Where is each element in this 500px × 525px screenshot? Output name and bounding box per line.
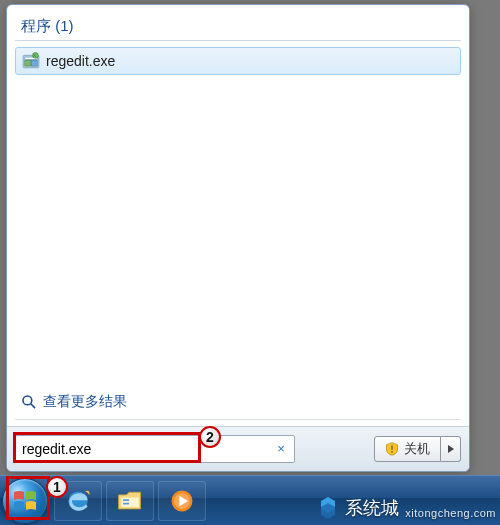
svg-rect-7: [391, 446, 392, 450]
start-menu: 程序 (1) regedit.exe 查看更多结果: [6, 4, 470, 472]
svg-rect-2: [25, 60, 31, 66]
svg-rect-10: [121, 497, 139, 507]
svg-rect-11: [123, 499, 129, 501]
taskbar-pinned-explorer[interactable]: [106, 481, 154, 521]
see-more-results[interactable]: 查看更多结果: [15, 387, 461, 417]
results-section-header: 程序 (1): [15, 13, 461, 41]
svg-rect-12: [123, 502, 129, 504]
result-item-label: regedit.exe: [46, 53, 115, 69]
file-explorer-icon: [116, 487, 144, 515]
divider: [15, 419, 461, 420]
highlight-box-2: [13, 432, 201, 463]
chevron-right-icon: [448, 445, 454, 453]
clear-search-button[interactable]: ×: [274, 442, 288, 456]
shutdown-label: 关机: [404, 440, 430, 458]
shield-icon: [385, 442, 399, 456]
watermark-sub: xitongcheng.com: [405, 507, 496, 521]
highlight-box-1: [6, 476, 50, 520]
svg-rect-8: [391, 451, 392, 452]
callout-2: 2: [199, 426, 221, 448]
shutdown-options-button[interactable]: [441, 436, 461, 462]
watermark-logo-icon: [315, 495, 341, 521]
shutdown-button[interactable]: 关机: [374, 436, 441, 462]
svg-point-4: [33, 53, 39, 59]
svg-line-6: [31, 404, 35, 408]
taskbar-pinned-media-player[interactable]: [158, 481, 206, 521]
shutdown-split-button: 关机: [374, 436, 461, 462]
watermark: 系统城 xitongcheng.com: [315, 495, 496, 521]
see-more-label: 查看更多结果: [43, 393, 127, 411]
svg-rect-3: [32, 60, 38, 66]
start-menu-results-pane: 程序 (1) regedit.exe 查看更多结果: [7, 5, 469, 426]
watermark-brand: 系统城: [345, 496, 399, 520]
search-icon: [21, 394, 37, 410]
result-item-regedit[interactable]: regedit.exe: [15, 47, 461, 75]
callout-1: 1: [46, 476, 68, 498]
results-empty-space: [15, 75, 461, 387]
windows-media-player-icon: [168, 487, 196, 515]
regedit-icon: [22, 52, 40, 70]
internet-explorer-icon: [64, 487, 92, 515]
